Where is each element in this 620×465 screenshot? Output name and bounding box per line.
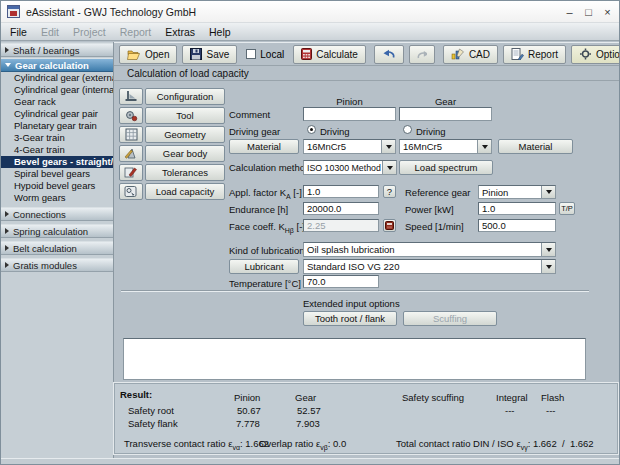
safety-flank-gear: 7.903	[296, 418, 320, 429]
titlebar: eAssistant - GWJ Technology GmbH – □ ×	[1, 1, 619, 23]
calc-method-label: Calculation method	[229, 162, 310, 173]
safety-root-label: Safety root	[128, 405, 174, 416]
dropdown-arrow-button[interactable]	[541, 186, 555, 198]
gear-column-header: Gear	[399, 96, 492, 107]
sidebar-group-shaft-bearings[interactable]: Shaft / bearings	[1, 43, 113, 57]
maximize-button[interactable]: □	[579, 1, 598, 22]
open-button[interactable]: Open	[119, 45, 177, 64]
driving-gear-label: Driving gear	[229, 126, 280, 137]
transverse-contact-ratio: Transverse contact ratio εvα: 1.662	[124, 438, 269, 451]
dropdown-arrow-button[interactable]	[382, 161, 396, 174]
appl-factor-label: Appl. factor KA [-]	[229, 187, 302, 200]
geometry-button[interactable]: Geometry	[145, 126, 225, 143]
comment-gear-input[interactable]	[399, 107, 492, 121]
sidebar-group-label: Gear calculation	[15, 60, 89, 71]
calc-method-dropdown[interactable]: ISO 10300 Method B1	[303, 160, 397, 175]
load-capacity-button[interactable]: Load capacity	[145, 183, 225, 200]
speed-input[interactable]	[478, 219, 556, 232]
sidebar-item-cylindrical-gear-external[interactable]: Cylindrical gear (external)	[1, 72, 113, 84]
calculate-button[interactable]: Calculate	[293, 45, 366, 64]
window-controls: – □ ×	[560, 1, 617, 22]
minimize-button[interactable]: –	[560, 1, 579, 22]
comment-label: Comment	[229, 109, 270, 120]
reference-gear-label: Reference gear	[405, 187, 470, 198]
module-load-capacity: Load capacity	[119, 183, 225, 200]
load-capacity-icon-button[interactable]	[119, 183, 143, 200]
gear-body-icon-button[interactable]	[119, 145, 143, 162]
redo-button	[409, 45, 435, 64]
configuration-icon-button[interactable]	[119, 88, 143, 105]
module-configuration: Configuration	[119, 88, 225, 105]
sidebar-group-connections[interactable]: Connections	[1, 207, 113, 221]
sidebar-item-4-gear-train[interactable]: 4-Gear train	[1, 144, 113, 156]
result-col-scuffing: Safety scuffing	[402, 392, 464, 403]
dropdown-arrow-button[interactable]	[541, 243, 555, 256]
appl-factor-help-button[interactable]: ?	[383, 185, 396, 198]
power-input[interactable]	[478, 202, 556, 215]
dropdown-arrow-button[interactable]	[477, 140, 491, 153]
sidebar-group-label: Spring calculation	[13, 226, 88, 237]
sidebar-group-belt-calculation[interactable]: Belt calculation	[1, 241, 113, 255]
sidebar-item-bevel-gears[interactable]: Bevel gears - straight/heli...	[1, 156, 113, 168]
save-button[interactable]: Save	[182, 45, 237, 64]
torque-power-toggle-button[interactable]: T/P	[559, 202, 575, 215]
driving-pinion-radio[interactable]	[307, 125, 316, 134]
gear-body-button[interactable]: Gear body	[145, 145, 225, 162]
appl-factor-input[interactable]	[303, 185, 379, 198]
sidebar-item-3-gear-train[interactable]: 3-Gear train	[1, 132, 113, 144]
sidebar-group-gear-calculation[interactable]: Gear calculation	[1, 58, 113, 72]
material-pinion-button[interactable]: Material	[229, 139, 299, 154]
sidebar-item-planetary-gear-train[interactable]: Planetary gear train	[1, 120, 113, 132]
cad-chart-icon	[451, 48, 465, 60]
sidebar-group-spring-calculation[interactable]: Spring calculation	[1, 224, 113, 238]
menu-project: Project	[66, 26, 113, 38]
reference-gear-dropdown[interactable]: Pinion	[478, 185, 556, 199]
close-button[interactable]: ×	[598, 1, 617, 22]
sidebar-item-spiral-bevel-gears[interactable]: Spiral bevel gears	[1, 168, 113, 180]
lubrication-label: Kind of lubrication	[229, 245, 305, 256]
menu-file[interactable]: File	[3, 26, 34, 38]
dropdown-arrow-button[interactable]	[541, 260, 555, 273]
sidebar-item-cylindrical-gear-internal[interactable]: Cylindrical gear (internal)	[1, 84, 113, 96]
menu-extras[interactable]: Extras	[158, 26, 202, 38]
tool-button[interactable]: Tool	[145, 107, 225, 124]
tolerances-button[interactable]: Tolerances	[145, 164, 225, 181]
temperature-input[interactable]	[303, 275, 379, 288]
comment-pinion-input[interactable]	[303, 107, 396, 121]
chevron-down-icon	[546, 248, 552, 252]
sidebar-item-hypoid-bevel-gears[interactable]: Hypoid bevel gears	[1, 180, 113, 192]
tooth-root-flank-button[interactable]: Tooth root / flank	[303, 311, 397, 326]
safety-root-integral: ---	[505, 405, 515, 416]
driving-gear-radio[interactable]	[403, 125, 412, 134]
sidebar-item-gear-rack[interactable]: Gear rack	[1, 96, 113, 108]
module-tool: Tool	[119, 107, 225, 124]
tool-icon-button[interactable]	[119, 107, 143, 124]
face-coeff-input	[303, 219, 379, 232]
configuration-button[interactable]: Configuration	[145, 88, 225, 105]
chevron-down-icon	[387, 166, 393, 170]
lubrication-dropdown[interactable]: Oil splash lubrication	[303, 242, 556, 257]
local-checkbox[interactable]	[246, 49, 256, 59]
tolerances-icon-button[interactable]	[119, 164, 143, 181]
cad-button[interactable]: CAD	[443, 45, 498, 64]
report-button[interactable]: Report	[503, 45, 566, 64]
sidebar-group-gratis-modules[interactable]: Gratis modules	[1, 258, 113, 272]
menu-help[interactable]: Help	[202, 26, 238, 38]
chevron-right-icon	[5, 245, 9, 251]
lubricant-button[interactable]: Lubricant	[229, 259, 299, 274]
endurance-input[interactable]	[303, 202, 379, 215]
face-coeff-lock-button[interactable]	[383, 219, 396, 232]
load-spectrum-button[interactable]: Load spectrum	[399, 160, 493, 175]
sidebar-item-cylindrical-gear-pair[interactable]: Cylindrical gear pair	[1, 108, 113, 120]
extended-options-label: Extended input options	[303, 298, 400, 309]
lubricant-dropdown[interactable]: Standard ISO VG 220	[303, 259, 556, 274]
sidebar-item-worm-gears[interactable]: Worm gears	[1, 192, 113, 204]
gear-icon	[579, 48, 592, 60]
geometry-icon-button[interactable]	[119, 126, 143, 143]
material-pinion-dropdown[interactable]: 16MnCr5	[303, 139, 396, 154]
dropdown-arrow-button[interactable]	[381, 140, 395, 153]
options-button[interactable]: Options	[571, 45, 620, 64]
undo-button[interactable]	[374, 45, 404, 64]
material-gear-dropdown[interactable]: 16MnCr5	[399, 139, 492, 154]
material-gear-button[interactable]: Material	[498, 139, 573, 154]
